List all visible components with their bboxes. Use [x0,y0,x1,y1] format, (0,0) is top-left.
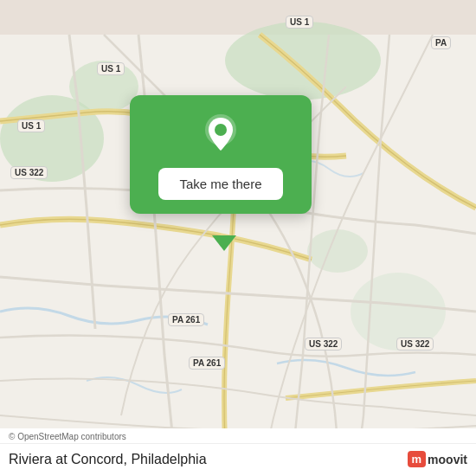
moovit-icon: m [408,451,427,467]
badge-pa261-bottom-left: PA 261 [168,313,204,326]
badge-us1-mid-left: US 1 [17,119,45,132]
location-name: Riviera at Concord, Philadelphia [9,452,207,467]
moovit-text: moovit [428,453,467,466]
svg-point-5 [307,229,368,273]
map-container: US 1 US 1 US 1 US 322 PA 261 PA 261 US 3… [0,0,476,476]
badge-us1-top-right: US 1 [286,16,313,29]
bottom-bar: © OpenStreetMap contributors Riviera at … [0,428,476,476]
badge-us322-bottom-mid: US 322 [305,338,342,351]
pin-icon [200,113,241,154]
badge-us1-top-left: US 1 [97,62,125,75]
map-svg [0,0,476,476]
attribution: © OpenStreetMap contributors [0,428,476,444]
badge-us322-left: US 322 [10,166,48,179]
svg-point-7 [215,124,227,136]
location-card: Take me there [130,95,312,214]
badge-pa261-bottom-mid: PA 261 [189,357,225,370]
svg-point-1 [225,22,381,100]
card-tail [212,235,236,251]
take-me-there-button[interactable]: Take me there [158,168,282,200]
badge-us322-bottom-right: US 322 [396,338,434,351]
moovit-logo: m moovit [408,451,467,467]
badge-pa-top-right: PA [431,36,451,49]
